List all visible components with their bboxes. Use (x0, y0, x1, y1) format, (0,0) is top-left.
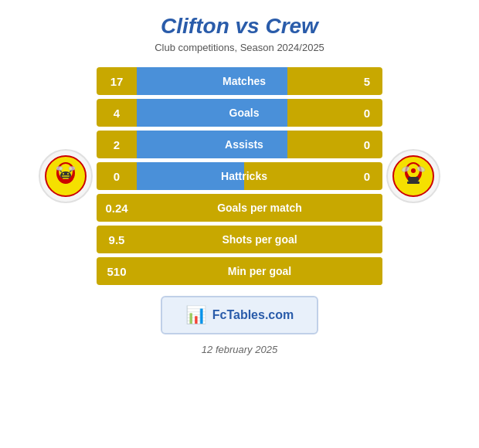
stat-left-value-goals: 4 (97, 107, 137, 120)
stat-row-shots-per-goal: 9.5Shots per goal (97, 226, 382, 253)
svg-rect-16 (407, 182, 420, 184)
stat-left-value-goals-per-match: 0.24 (97, 202, 137, 215)
stat-row-hattricks: 0Hattricks0 (97, 162, 382, 190)
svg-rect-11 (63, 178, 69, 179)
fctables-icon: 📊 (185, 305, 206, 325)
main-container: Clifton vs Crew Club competitions, Seaso… (0, 0, 479, 448)
svg-point-6 (56, 167, 63, 171)
stat-right-value-matches: 5 (352, 75, 382, 88)
stat-left-value-matches: 17 (97, 75, 137, 88)
stat-right-value-goals: 0 (352, 107, 382, 120)
stat-row-goals-per-match: 0.24Goals per match (97, 194, 382, 222)
svg-point-9 (67, 173, 69, 175)
stat-label-goals: Goals (229, 107, 260, 119)
stat-bar-goals-per-match: Goals per match (137, 194, 382, 222)
stat-left-value-min-per-goal: 510 (97, 265, 137, 278)
stats-section: 17Matches54Goals02Assists00Hattricks00.2… (97, 67, 382, 285)
logo-left (35, 149, 97, 203)
stat-bar-assists: Assists (137, 131, 352, 158)
svg-rect-10 (62, 175, 70, 177)
stat-left-value-hattricks: 0 (97, 170, 137, 183)
stat-label-goals-per-match: Goals per match (217, 202, 302, 214)
main-content-row: 17Matches54Goals02Assists00Hattricks00.2… (15, 67, 464, 285)
stat-left-value-assists: 2 (97, 138, 137, 151)
svg-point-17 (411, 168, 416, 173)
fctables-label: FcTables.com (212, 308, 294, 322)
stat-bar-hattricks: Hattricks (137, 162, 352, 190)
fctables-banner: 📊 FcTables.com (161, 296, 319, 334)
stat-bar-min-per-goal: Min per goal (137, 257, 382, 285)
stat-row-matches: 17Matches5 (97, 67, 382, 95)
svg-point-8 (63, 173, 64, 175)
page-subtitle: Club competitions, Season 2024/2025 (155, 42, 324, 53)
stat-label-hattricks: Hattricks (221, 170, 267, 182)
stat-label-assists: Assists (225, 138, 263, 151)
stat-row-assists: 2Assists0 (97, 131, 382, 158)
stat-bar-goals: Goals (137, 99, 352, 127)
stat-row-min-per-goal: 510Min per goal (97, 257, 382, 285)
svg-point-7 (69, 167, 75, 171)
team-left-logo (39, 149, 93, 203)
stat-bar-shots-per-goal: Shots per goal (137, 226, 382, 253)
date-footer: 12 february 2025 (202, 344, 277, 355)
svg-rect-15 (408, 177, 419, 182)
stat-left-value-shots-per-goal: 9.5 (97, 233, 137, 246)
logo-right (382, 149, 444, 203)
stat-right-value-assists: 0 (352, 138, 382, 151)
stat-label-min-per-goal: Min per goal (228, 265, 291, 277)
page-title: Clifton vs Crew (161, 14, 318, 39)
stat-bar-matches: Matches (137, 67, 352, 95)
stat-label-shots-per-goal: Shots per goal (222, 233, 297, 246)
stat-right-value-hattricks: 0 (352, 170, 382, 183)
stat-row-goals: 4Goals0 (97, 99, 382, 127)
team-right-logo (386, 149, 440, 203)
stat-label-matches: Matches (223, 75, 266, 87)
